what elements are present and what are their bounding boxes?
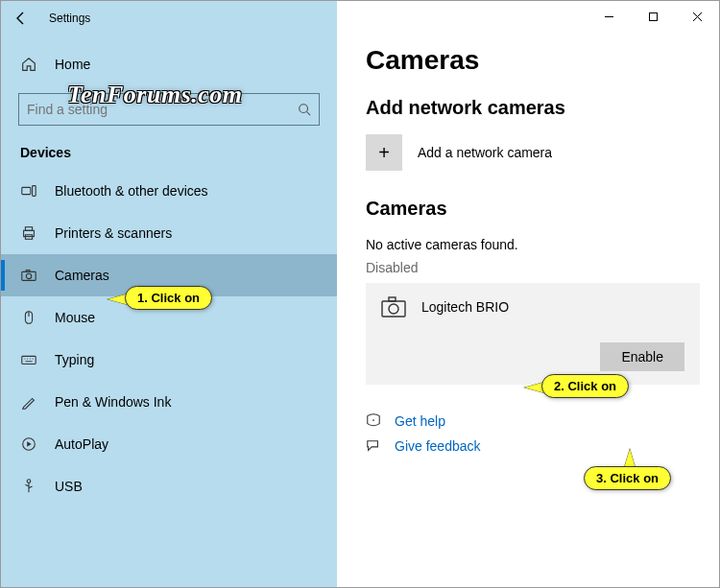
svg-rect-12: [22, 356, 36, 364]
callout-3-tail: [624, 449, 636, 468]
svg-rect-28: [389, 297, 396, 301]
give-feedback-link[interactable]: Give feedback: [366, 438, 690, 454]
page-title: Cameras: [366, 45, 690, 76]
usb-icon: [20, 478, 37, 495]
add-network-camera-label: Add a network camera: [418, 145, 552, 160]
camera-icon: [381, 296, 406, 318]
minimize-icon: [604, 12, 614, 22]
section-label: Devices: [1, 126, 337, 170]
home-nav[interactable]: Home: [1, 45, 337, 83]
app-title: Settings: [49, 12, 90, 25]
content-inner: Cameras Add network cameras + Add a netw…: [337, 35, 719, 587]
autoplay-icon: [20, 435, 37, 453]
search-icon: [298, 103, 311, 116]
sidebar-item-typing[interactable]: Typing: [1, 339, 337, 381]
sidebar-item-label: Pen & Windows Ink: [55, 394, 171, 410]
cameras-heading: Cameras: [366, 198, 690, 220]
svg-rect-2: [22, 187, 31, 194]
window-controls: [587, 1, 719, 35]
mouse-icon: [20, 309, 37, 326]
home-icon: [20, 56, 37, 73]
sidebar-item-usb[interactable]: USB: [1, 465, 337, 507]
svg-point-0: [300, 105, 308, 113]
back-button[interactable]: [12, 10, 30, 27]
svg-marker-19: [27, 441, 32, 446]
camera-item-header: Logitech BRIO: [381, 296, 684, 318]
sidebar-item-label: AutoPlay: [55, 436, 108, 452]
svg-point-29: [372, 419, 374, 421]
svg-rect-3: [33, 186, 36, 197]
help-links: Get help Give feedback: [366, 413, 690, 459]
help-icon: [366, 413, 383, 429]
camera-icon: [20, 267, 37, 284]
camera-item-name: Logitech BRIO: [421, 299, 509, 315]
svg-point-27: [389, 304, 398, 314]
disabled-section-label: Disabled: [366, 260, 690, 275]
plus-icon: +: [366, 134, 402, 171]
titlebar-left: Settings: [1, 1, 337, 35]
maximize-button[interactable]: [631, 1, 675, 32]
sidebar-item-label: Bluetooth & other devices: [55, 183, 208, 199]
watermark-text: TenForums.com: [67, 81, 243, 109]
titlebar-right: [337, 1, 719, 35]
sidebar-item-label: Printers & scanners: [55, 225, 172, 241]
maximize-icon: [648, 12, 659, 22]
camera-actions: Enable: [381, 342, 684, 371]
sidebar-item-printers[interactable]: Printers & scanners: [1, 212, 337, 254]
no-active-cameras-text: No active cameras found.: [366, 237, 690, 252]
sidebar-item-label: Cameras: [55, 268, 109, 283]
svg-point-8: [26, 273, 31, 278]
camera-item[interactable]: Logitech BRIO Enable: [366, 283, 700, 385]
svg-line-1: [307, 112, 311, 116]
callout-3: 3. Click on: [584, 466, 671, 490]
content-pane: Cameras Add network cameras + Add a netw…: [337, 1, 719, 587]
arrow-left-icon: [13, 11, 29, 26]
get-help-link[interactable]: Get help: [366, 413, 690, 429]
give-feedback-label: Give feedback: [395, 438, 481, 454]
sidebar-item-bluetooth[interactable]: Bluetooth & other devices: [1, 170, 337, 212]
close-button[interactable]: [675, 1, 719, 32]
sidebar-item-label: Mouse: [55, 310, 95, 325]
add-network-camera-button[interactable]: + Add a network camera: [366, 134, 690, 171]
callout-2: 2. Click on: [541, 374, 629, 398]
keyboard-icon: [20, 351, 37, 368]
bluetooth-icon: [20, 182, 37, 200]
callout-1: 1. Click on: [125, 286, 212, 310]
svg-point-20: [27, 480, 31, 483]
minimize-button[interactable]: [587, 1, 631, 32]
close-icon: [692, 12, 703, 22]
add-network-heading: Add network cameras: [366, 97, 690, 119]
home-label: Home: [55, 57, 90, 72]
svg-rect-5: [25, 227, 32, 231]
feedback-icon: [366, 438, 383, 454]
svg-rect-23: [649, 12, 657, 20]
sidebar-item-pen[interactable]: Pen & Windows Ink: [1, 381, 337, 423]
svg-rect-9: [26, 270, 30, 272]
sidebar-item-label: Typing: [55, 352, 94, 367]
get-help-label: Get help: [395, 413, 445, 429]
pen-icon: [20, 393, 37, 411]
nav-list: Bluetooth & other devices Printers & sca…: [1, 170, 337, 587]
enable-button[interactable]: Enable: [600, 342, 684, 371]
printer-icon: [20, 224, 37, 242]
sidebar-item-label: USB: [55, 479, 83, 494]
sidebar-item-autoplay[interactable]: AutoPlay: [1, 423, 337, 465]
